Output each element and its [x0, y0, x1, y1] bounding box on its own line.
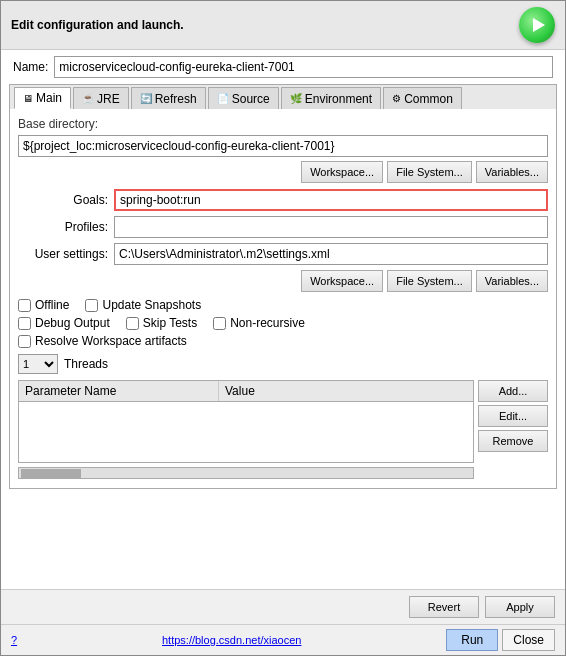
user-settings-row: User settings: — [18, 243, 548, 265]
close-button[interactable]: Close — [502, 629, 555, 651]
base-directory-input[interactable] — [18, 135, 548, 157]
name-input[interactable] — [54, 56, 553, 78]
parameter-table-section: Parameter Name Value Add... Edit... Remo… — [18, 380, 548, 479]
goals-row: Goals: — [18, 189, 548, 211]
refresh-tab-icon: 🔄 — [140, 93, 152, 104]
tabs-bar: 🖥 Main ☕ JRE 🔄 Refresh 📄 Source 🌿 Enviro… — [9, 84, 557, 109]
update-snapshots-checkbox-label[interactable]: Update Snapshots — [85, 298, 201, 312]
variables-button-1[interactable]: Variables... — [476, 161, 548, 183]
parameter-table: Parameter Name Value — [18, 380, 474, 463]
tab-content-main: Base directory: Workspace... File System… — [9, 109, 557, 489]
base-directory-section: Base directory: Workspace... File System… — [18, 117, 548, 183]
footer-buttons: Run Close — [446, 629, 555, 651]
workspace-button-1[interactable]: Workspace... — [301, 161, 383, 183]
tab-main[interactable]: 🖥 Main — [14, 87, 71, 109]
tab-jre[interactable]: ☕ JRE — [73, 87, 129, 109]
skip-tests-checkbox[interactable] — [126, 317, 139, 330]
environment-tab-icon: 🌿 — [290, 93, 302, 104]
tab-refresh-label: Refresh — [155, 92, 197, 106]
threads-label: Threads — [64, 357, 108, 371]
file-system-button-2[interactable]: File System... — [387, 270, 472, 292]
threads-select[interactable]: 1 2 4 — [18, 354, 58, 374]
footer-bar: ? https://blog.csdn.net/xiaocen Run Clos… — [1, 624, 565, 655]
remove-button[interactable]: Remove — [478, 430, 548, 452]
debug-output-checkbox[interactable] — [18, 317, 31, 330]
tab-refresh[interactable]: 🔄 Refresh — [131, 87, 206, 109]
edit-button[interactable]: Edit... — [478, 405, 548, 427]
checkbox-row-1: Offline Update Snapshots — [18, 298, 548, 312]
jre-tab-icon: ☕ — [82, 93, 94, 104]
checkboxes-section: Offline Update Snapshots Debug Output Sk… — [18, 298, 548, 348]
offline-label: Offline — [35, 298, 69, 312]
base-dir-buttons: Workspace... File System... Variables... — [18, 161, 548, 183]
goals-label: Goals: — [18, 193, 108, 207]
run-icon-button[interactable] — [519, 7, 555, 43]
non-recursive-checkbox-label[interactable]: Non-recursive — [213, 316, 305, 330]
horizontal-scrollbar[interactable] — [18, 467, 474, 479]
skip-tests-label: Skip Tests — [143, 316, 197, 330]
apply-button[interactable]: Apply — [485, 596, 555, 618]
name-row: Name: — [9, 56, 557, 78]
title-bar: Edit configuration and launch. — [1, 1, 565, 50]
variables-button-2[interactable]: Variables... — [476, 270, 548, 292]
checkbox-row-2: Debug Output Skip Tests Non-recursive — [18, 316, 548, 330]
help-icon[interactable]: ? — [11, 634, 17, 646]
goals-input[interactable] — [114, 189, 548, 211]
debug-output-checkbox-label[interactable]: Debug Output — [18, 316, 110, 330]
non-recursive-label: Non-recursive — [230, 316, 305, 330]
user-settings-label: User settings: — [18, 247, 108, 261]
profiles-label: Profiles: — [18, 220, 108, 234]
file-system-button-1[interactable]: File System... — [387, 161, 472, 183]
main-content: Name: 🖥 Main ☕ JRE 🔄 Refresh 📄 Source � — [1, 50, 565, 589]
offline-checkbox[interactable] — [18, 299, 31, 312]
debug-output-label: Debug Output — [35, 316, 110, 330]
table-header: Parameter Name Value — [19, 381, 473, 402]
parameter-table-container: Parameter Name Value — [18, 380, 474, 479]
threads-row: 1 2 4 Threads — [18, 354, 548, 374]
resolve-workspace-label: Resolve Workspace artifacts — [35, 334, 187, 348]
revert-button[interactable]: Revert — [409, 596, 479, 618]
table-body — [19, 402, 473, 462]
profiles-row: Profiles: — [18, 216, 548, 238]
tab-environment-label: Environment — [305, 92, 372, 106]
main-tab-icon: 🖥 — [23, 93, 33, 104]
tab-source[interactable]: 📄 Source — [208, 87, 279, 109]
table-col-value: Value — [219, 381, 473, 401]
user-settings-input[interactable] — [114, 243, 548, 265]
common-tab-icon: ⚙ — [392, 93, 401, 104]
tab-common[interactable]: ⚙ Common — [383, 87, 462, 109]
resolve-workspace-checkbox[interactable] — [18, 335, 31, 348]
tab-common-label: Common — [404, 92, 453, 106]
checkbox-row-3: Resolve Workspace artifacts — [18, 334, 548, 348]
source-tab-icon: 📄 — [217, 93, 229, 104]
tab-main-label: Main — [36, 91, 62, 105]
tab-environment[interactable]: 🌿 Environment — [281, 87, 381, 109]
resolve-workspace-checkbox-label[interactable]: Resolve Workspace artifacts — [18, 334, 187, 348]
offline-checkbox-label[interactable]: Offline — [18, 298, 69, 312]
skip-tests-checkbox-label[interactable]: Skip Tests — [126, 316, 197, 330]
base-directory-label: Base directory: — [18, 117, 548, 131]
table-col-param: Parameter Name — [19, 381, 219, 401]
page-title: Edit configuration and launch. — [11, 18, 184, 32]
run-button[interactable]: Run — [446, 629, 498, 651]
bottom-action-bar: Revert Apply — [1, 589, 565, 624]
tab-source-label: Source — [232, 92, 270, 106]
workspace-button-2[interactable]: Workspace... — [301, 270, 383, 292]
non-recursive-checkbox[interactable] — [213, 317, 226, 330]
footer-link[interactable]: https://blog.csdn.net/xiaocen — [162, 634, 301, 646]
update-snapshots-label: Update Snapshots — [102, 298, 201, 312]
table-action-buttons: Add... Edit... Remove — [478, 380, 548, 479]
add-button[interactable]: Add... — [478, 380, 548, 402]
tab-jre-label: JRE — [97, 92, 120, 106]
update-snapshots-checkbox[interactable] — [85, 299, 98, 312]
profiles-input[interactable] — [114, 216, 548, 238]
name-label: Name: — [13, 60, 48, 74]
scroll-thumb — [21, 469, 81, 479]
user-settings-buttons: Workspace... File System... Variables... — [18, 270, 548, 292]
